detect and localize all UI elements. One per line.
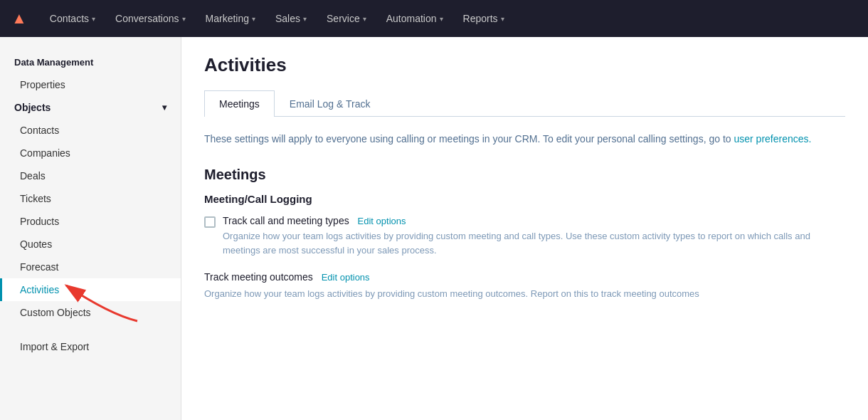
sidebar: Data Management Properties Objects ▾ Con…: [0, 37, 181, 420]
top-navigation: ▲ Contacts ▾ Conversations ▾ Marketing ▾…: [0, 0, 868, 37]
track-call-types-edit-link[interactable]: Edit options: [358, 216, 406, 226]
settings-description: These settings will apply to everyone us…: [204, 131, 845, 147]
sidebar-item-import-export[interactable]: Import & Export: [0, 335, 181, 358]
track-meeting-outcomes-row: Track meeting outcomes Edit options Orga…: [204, 271, 845, 301]
nav-marketing[interactable]: Marketing ▾: [197, 9, 264, 28]
contacts-chevron-icon: ▾: [92, 15, 95, 23]
main-content: Activities Meetings Email Log & Track Th…: [181, 37, 868, 420]
track-call-types-checkbox[interactable]: [204, 216, 216, 228]
sidebar-section-title: Data Management: [0, 51, 181, 73]
sidebar-item-properties[interactable]: Properties: [0, 73, 181, 96]
nav-reports[interactable]: Reports ▾: [455, 9, 513, 28]
track-outcomes-label: Track meeting outcomes: [204, 271, 313, 283]
tabs-bar: Meetings Email Log & Track: [204, 90, 845, 117]
automation-chevron-icon: ▾: [440, 15, 443, 23]
tab-meetings[interactable]: Meetings: [204, 90, 275, 117]
nav-service[interactable]: Service ▾: [318, 9, 375, 28]
sidebar-item-quotes[interactable]: Quotes: [0, 233, 181, 256]
objects-chevron-icon: ▾: [162, 103, 166, 112]
reports-chevron-icon: ▾: [501, 15, 504, 23]
meeting-call-logging-title: Meeting/Call Logging: [204, 193, 845, 205]
nav-automation[interactable]: Automation ▾: [378, 9, 452, 28]
hubspot-logo: ▲: [11, 9, 27, 28]
tab-email-log-track[interactable]: Email Log & Track: [275, 90, 386, 117]
nav-sales[interactable]: Sales ▾: [267, 9, 315, 28]
sidebar-item-deals[interactable]: Deals: [0, 164, 181, 187]
sidebar-item-forecast[interactable]: Forecast: [0, 256, 181, 278]
track-call-types-row: Track call and meeting types Edit option…: [204, 215, 845, 257]
track-outcomes-edit-link[interactable]: Edit options: [322, 272, 370, 283]
service-chevron-icon: ▾: [363, 15, 366, 23]
user-preferences-link[interactable]: user preferences.: [734, 133, 811, 145]
sidebar-item-products[interactable]: Products: [0, 210, 181, 233]
meetings-section-title: Meetings: [204, 167, 845, 183]
track-outcomes-description: Organize how your team logs activities b…: [204, 287, 845, 301]
conversations-chevron-icon: ▾: [182, 15, 186, 23]
sidebar-item-custom-objects[interactable]: Custom Objects: [0, 301, 181, 324]
nav-conversations[interactable]: Conversations ▾: [107, 9, 194, 28]
nav-contacts[interactable]: Contacts ▾: [41, 9, 104, 28]
sidebar-item-companies[interactable]: Companies: [0, 142, 181, 164]
marketing-chevron-icon: ▾: [252, 15, 255, 23]
page-title: Activities: [204, 54, 845, 76]
sidebar-item-tickets[interactable]: Tickets: [0, 187, 181, 210]
track-call-types-description: Organize how your team logs activities b…: [223, 229, 845, 257]
track-call-types-label: Track call and meeting types: [223, 215, 349, 226]
sales-chevron-icon: ▾: [303, 15, 307, 23]
sidebar-item-contacts[interactable]: Contacts: [0, 119, 181, 142]
sidebar-item-activities[interactable]: Activities: [0, 278, 181, 301]
sidebar-item-objects[interactable]: Objects ▾: [0, 96, 181, 119]
